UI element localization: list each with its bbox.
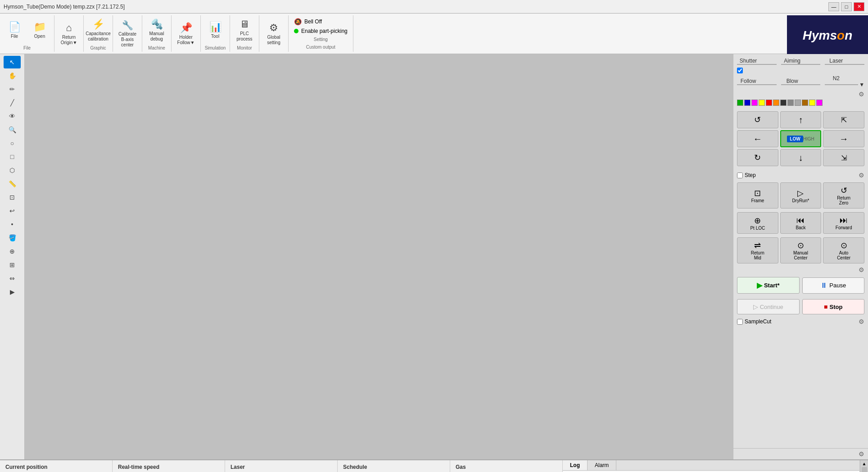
tool-circle[interactable]: ○	[4, 137, 21, 150]
low-high-button[interactable]: LOW HIGH	[780, 130, 822, 147]
global-setting-button[interactable]: ⚙ Globalsetting	[262, 20, 285, 47]
right-panel-gear-icon[interactable]: ⚙	[859, 450, 864, 458]
stop-button[interactable]: ■ Stop	[802, 299, 865, 314]
swatch-yellow[interactable]	[759, 100, 765, 106]
follow-group: Follow	[737, 78, 777, 85]
aiming-label: Aiming	[781, 58, 804, 64]
step-row: Step ⚙	[733, 170, 868, 181]
step-checkbox[interactable]	[737, 172, 743, 178]
gas-title: Gas	[456, 464, 557, 470]
close-button[interactable]: ✕	[854, 2, 864, 11]
main-toolbar: 📄 File 📁 Open File ⌂ ReturnOrigin▼ ⚡ Cap…	[0, 14, 868, 54]
swatch-brown[interactable]	[802, 100, 808, 106]
tool-undo[interactable]: ↩	[4, 204, 21, 217]
move-up-button[interactable]: ↑	[780, 111, 822, 128]
tool-arrows[interactable]: ⇔	[4, 272, 21, 285]
step-gear-icon[interactable]: ⚙	[859, 172, 864, 179]
holder-follow-button[interactable]: 📌 HolderFollow▼	[174, 20, 198, 47]
rotate-cw-button[interactable]: ↻	[737, 149, 778, 166]
return-mid-button[interactable]: ⇌ ReturnMid	[737, 237, 778, 263]
start-button[interactable]: ▶ Start*	[737, 277, 800, 294]
swatch-magenta[interactable]	[751, 100, 758, 106]
return-origin-label: ReturnOrigin▼	[61, 35, 77, 45]
swatch-orange[interactable]	[773, 100, 779, 106]
dry-run-button[interactable]: ▷ DryRun*	[780, 182, 822, 209]
enable-part-picking-item[interactable]: Enable part-picking	[294, 28, 348, 34]
swatch-gray[interactable]	[787, 100, 794, 106]
swatch-lightgray[interactable]	[795, 100, 801, 106]
calibrate-icon: 🔧	[122, 20, 133, 31]
pause-button[interactable]: ⏸ Pause	[802, 277, 865, 294]
back-button[interactable]: ⏮ Back	[780, 212, 822, 234]
tool-polygon[interactable]: ⬡	[4, 164, 21, 177]
maximize-button[interactable]: □	[841, 2, 852, 11]
new-file-label: File	[11, 34, 18, 39]
pt-loc-button[interactable]: ⊕ Pt LOC	[737, 212, 778, 234]
toolbar-group-tool: 📊 Tool Simulation	[201, 15, 230, 52]
swatch-blue[interactable]	[744, 100, 750, 106]
swatch-red[interactable]	[766, 100, 772, 106]
holder-follow-label: HolderFollow▼	[177, 35, 195, 45]
tool-dot[interactable]: •	[4, 218, 21, 231]
tool-weld[interactable]: ⊕	[4, 245, 21, 258]
tool-cursor[interactable]: ↖	[4, 56, 21, 68]
forward-button[interactable]: ⏭ Forward	[823, 212, 864, 234]
tool-pencil[interactable]: ✏	[4, 83, 21, 95]
laser-checkbox[interactable]	[737, 68, 743, 73]
n2-dropdown-icon[interactable]: ▼	[859, 82, 864, 88]
back-icon: ⏮	[796, 216, 805, 225]
left-sidebar: ↖ ✋ ✏ ╱ 👁 🔍 ○ □ ⬡ 📏 ⊡ ↩ • 🪣 ⊕ ⊞ ⇔ ▶	[0, 54, 25, 459]
n2-line	[825, 84, 858, 85]
tool-fill[interactable]: 🪣	[4, 231, 21, 244]
tool-hand[interactable]: ✋	[4, 69, 21, 82]
auto-center-button[interactable]: ⊙ AutoCenter	[823, 237, 864, 263]
frame-button[interactable]: ⊡ Frame	[737, 182, 778, 209]
bell-off-item[interactable]: 🔕 Bell Off	[294, 18, 348, 25]
plc-process-button[interactable]: 🖥 PLCprocess	[233, 17, 256, 44]
laser-group: Laser	[825, 58, 864, 65]
open-file-button[interactable]: 📁 Open	[28, 17, 51, 44]
alarm-tab[interactable]: Alarm	[588, 460, 616, 470]
swatch-magenta2[interactable]	[816, 100, 823, 106]
swatch-dark[interactable]	[780, 100, 787, 106]
new-file-button[interactable]: 📄 File	[3, 17, 26, 44]
tool-rect[interactable]: □	[4, 150, 21, 163]
log-tab[interactable]: Log	[563, 460, 588, 470]
laser-gear-icon[interactable]: ⚙	[859, 91, 864, 98]
move-down-right-button[interactable]: ⇲	[823, 149, 864, 166]
sample-gear-icon[interactable]: ⚙	[859, 318, 864, 325]
action-gear-icon[interactable]: ⚙	[859, 266, 864, 273]
tool-eye[interactable]: 👁	[4, 110, 21, 123]
continue-button[interactable]: ▷ Continue	[737, 299, 800, 314]
capacitance-button[interactable]: ⚡ Capacitancecalibration	[86, 17, 110, 44]
calibrate-button[interactable]: 🔧 CalibrateB-axis center	[116, 20, 139, 47]
sample-cut-label: SampleCut	[745, 318, 771, 325]
tool-measure[interactable]: 📏	[4, 177, 21, 190]
scroll-up-btn[interactable]: ▲	[862, 461, 867, 466]
swatch-yellow2[interactable]	[809, 100, 815, 106]
tool-snap[interactable]: ⊞	[4, 259, 21, 271]
manual-debug-button[interactable]: 🔩 Manualdebug	[145, 17, 168, 44]
tool-line[interactable]: ╱	[4, 96, 21, 109]
move-up-right-button[interactable]: ⇱	[823, 111, 864, 128]
tool-select-rect[interactable]: ⊡	[4, 191, 21, 204]
simulation-label: Simulation	[205, 45, 226, 50]
manual-center-button[interactable]: ⊙ ManualCenter	[780, 237, 822, 263]
tool-more[interactable]: ▶	[4, 286, 21, 298]
move-left-button[interactable]: ←	[737, 130, 778, 147]
sample-cut-checkbox[interactable]	[737, 319, 743, 325]
log-tabs: Log Alarm	[563, 460, 859, 471]
minimize-button[interactable]: —	[828, 2, 839, 11]
return-origin-button[interactable]: ⌂ ReturnOrigin▼	[57, 20, 81, 47]
return-zero-button[interactable]: ↺ ReturnZero	[823, 182, 864, 209]
n2-group: N2 ▼	[825, 75, 864, 88]
tool-zoom[interactable]: 🔍	[4, 123, 21, 136]
tool-label: Tool	[211, 34, 219, 39]
swatch-green[interactable]	[737, 100, 743, 106]
tool-icon: 📊	[209, 21, 222, 33]
rotate-ccw-button[interactable]: ↺	[737, 111, 778, 128]
right-panel-bottom: ⚙	[733, 448, 868, 459]
move-down-button[interactable]: ↓	[780, 149, 822, 166]
move-right-button[interactable]: →	[823, 130, 864, 147]
tool-button[interactable]: 📊 Tool	[203, 17, 227, 44]
